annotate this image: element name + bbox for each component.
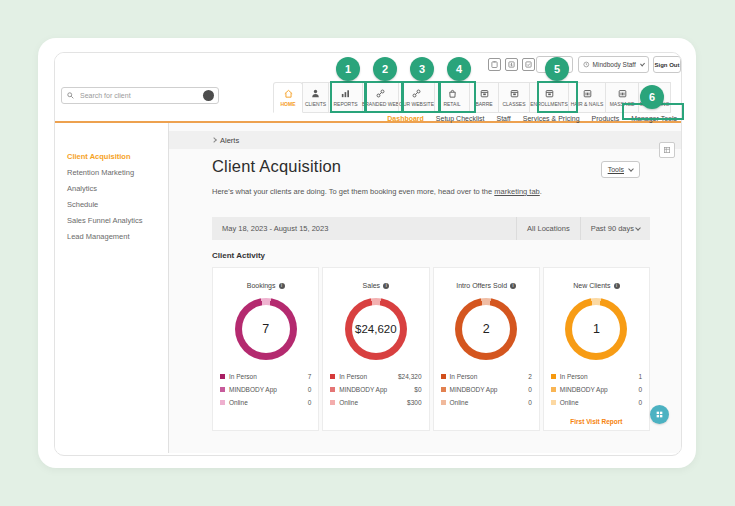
- legend-swatch: [441, 374, 446, 379]
- page-background: Mindbody Staff Sign Out HOME CLIENTS: [0, 0, 735, 506]
- calendar-icon: [479, 88, 490, 99]
- legend: In Person$24,320 MINDBODY App$0 Online$3…: [330, 370, 421, 409]
- legend-row: In Person$24,320: [330, 370, 421, 383]
- page-description: Here's what your clients are doing. To g…: [212, 187, 542, 196]
- app-header: Mindbody Staff Sign Out HOME CLIENTS: [55, 53, 681, 123]
- legend-row: Online0: [551, 396, 642, 409]
- bookings-card: Bookingsi 7 In Person7 MINDBODY App0 Onl…: [212, 267, 319, 431]
- annotation-step-5: 5: [545, 57, 569, 81]
- intro-offers-total: 2: [483, 322, 490, 336]
- new-clients-donut-chart: 1: [565, 298, 627, 360]
- legend-swatch: [441, 387, 446, 392]
- legend-row: MINDBODY App$0: [330, 383, 421, 396]
- card-title: New Clients: [573, 282, 610, 289]
- client-search[interactable]: [61, 87, 219, 104]
- info-icon[interactable]: i: [510, 283, 516, 289]
- subnav-products[interactable]: Products: [592, 115, 620, 122]
- first-visit-report-link[interactable]: First Visit Report: [544, 418, 649, 425]
- grid-window-icon: [663, 146, 671, 154]
- tab-reports[interactable]: REPORTS: [328, 82, 363, 113]
- tools-button[interactable]: Tools: [601, 161, 640, 178]
- info-icon[interactable]: i: [614, 283, 620, 289]
- subnav-services-pricing[interactable]: Services & Pricing: [523, 115, 580, 122]
- tab-enrollments[interactable]: ENROLLMENTS: [529, 82, 569, 113]
- sales-total: $24,620: [355, 323, 397, 335]
- sidebar-item-retention-marketing[interactable]: Retention Marketing: [55, 165, 168, 181]
- scissors-calendar-icon: [582, 88, 593, 99]
- chevron-down-icon: [628, 166, 634, 172]
- subnav-staff[interactable]: Staff: [497, 115, 511, 122]
- tasks-button[interactable]: [522, 58, 535, 71]
- sales-card: Salesi $24,620 In Person$24,320 MINDBODY…: [322, 267, 429, 431]
- tab-home[interactable]: HOME: [273, 82, 303, 113]
- page-title: Client Acquisition: [212, 157, 341, 176]
- marketing-tab-link[interactable]: marketing tab: [494, 187, 539, 196]
- tab-classes[interactable]: CLASSES: [498, 82, 530, 113]
- inbox-button[interactable]: [505, 58, 518, 71]
- notes-button[interactable]: [488, 58, 501, 71]
- main-tab-bar: HOME CLIENTS REPORTS BRANDED WEB: [274, 82, 671, 113]
- search-input[interactable]: [78, 91, 200, 100]
- clock-icon: [583, 60, 590, 69]
- subnav-manager-tools[interactable]: Manager Tools: [631, 115, 677, 122]
- app-body: Client Acquisition Retention Marketing A…: [55, 123, 681, 453]
- card-title: Sales: [363, 282, 381, 289]
- bookings-total: 7: [262, 322, 269, 336]
- sidebar-item-analytics[interactable]: Analytics: [55, 181, 168, 197]
- sidebar: Client Acquisition Retention Marketing A…: [55, 123, 169, 453]
- bookings-donut-chart: 7: [235, 298, 297, 360]
- tab-barre[interactable]: BARRE: [469, 82, 499, 113]
- subnav-setup-checklist[interactable]: Setup Checklist: [436, 115, 485, 122]
- tab-our-website[interactable]: OUR WEBSITE: [398, 82, 435, 113]
- new-clients-total: 1: [593, 322, 600, 336]
- legend-row: In Person7: [220, 370, 311, 383]
- card-title: Bookings: [247, 282, 276, 289]
- subnav-dashboard[interactable]: Dashboard: [387, 115, 424, 122]
- tab-branded-web[interactable]: BRANDED WEB: [362, 82, 399, 113]
- calendar-icon: [544, 88, 555, 99]
- legend-row: Online$300: [330, 396, 421, 409]
- sidebar-item-schedule[interactable]: Schedule: [55, 197, 168, 213]
- panel-toggle-button[interactable]: [659, 142, 675, 158]
- sidebar-item-sales-funnel-analytics[interactable]: Sales Funnel Analytics: [55, 213, 168, 229]
- shopping-bag-icon: [447, 88, 458, 99]
- tab-clients[interactable]: CLIENTS: [302, 82, 329, 113]
- legend-swatch: [330, 400, 335, 405]
- legend-swatch: [441, 400, 446, 405]
- staff-menu[interactable]: Mindbody Staff: [578, 56, 649, 73]
- info-icon[interactable]: i: [383, 283, 389, 289]
- sign-out-button[interactable]: Sign Out: [653, 56, 681, 73]
- link-icon: [375, 88, 386, 99]
- tab-hair-nails[interactable]: HAIR & NAILS: [568, 82, 606, 113]
- clipboard-icon: [490, 60, 499, 69]
- legend: In Person1 MINDBODY App0 Online0: [551, 370, 642, 409]
- new-clients-card: New Clientsi 1 In Person1 MINDBODY App0 …: [543, 267, 650, 431]
- legend-swatch: [330, 387, 335, 392]
- sidebar-item-client-acquisition[interactable]: Client Acquisition: [55, 149, 168, 165]
- person-icon: [310, 88, 321, 99]
- apps-launcher-button[interactable]: [650, 405, 669, 424]
- legend-row: MINDBODY App0: [551, 383, 642, 396]
- client-activity-cards: Bookingsi 7 In Person7 MINDBODY App0 Onl…: [212, 267, 650, 431]
- annotation-step-6: 6: [640, 85, 664, 109]
- filter-bar: May 18, 2023 - August 15, 2023 All Locat…: [212, 217, 650, 240]
- tab-retail[interactable]: RETAIL: [434, 82, 470, 113]
- search-help-icon[interactable]: [203, 90, 214, 101]
- legend-row: In Person2: [441, 370, 532, 383]
- calendar-icon: [509, 88, 520, 99]
- alerts-bar[interactable]: Alerts: [169, 131, 681, 149]
- location-filter[interactable]: All Locations: [516, 217, 580, 240]
- legend-row: Online0: [441, 396, 532, 409]
- main-content: Alerts Client Acquisition Tools Here's w…: [169, 123, 681, 453]
- legend-row: MINDBODY App0: [220, 383, 311, 396]
- period-filter[interactable]: Past 90 days: [580, 217, 650, 240]
- sidebar-item-lead-management[interactable]: Lead Management: [55, 229, 168, 245]
- tab-massage[interactable]: MASSAGE: [605, 82, 639, 113]
- info-icon[interactable]: i: [279, 283, 285, 289]
- calendar-icon: [617, 88, 628, 99]
- legend: In Person2 MINDBODY App0 Online0: [441, 370, 532, 409]
- intro-offers-donut-chart: 2: [455, 298, 517, 360]
- legend-swatch: [220, 374, 225, 379]
- search-icon: [66, 91, 75, 100]
- legend-swatch: [220, 400, 225, 405]
